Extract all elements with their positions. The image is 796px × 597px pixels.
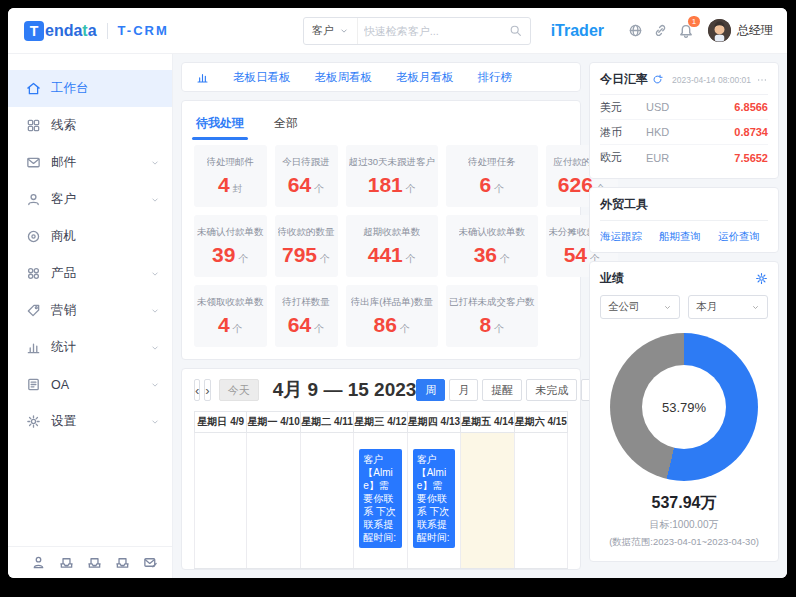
contact-person-icon[interactable] — [31, 555, 46, 570]
home-icon — [26, 81, 41, 96]
main-content: 老板日看板 老板周看板 老板月看板 排行榜 待我处理 全部 待处理邮件4封 今日… — [173, 54, 787, 578]
sidebar-item-oa[interactable]: OA — [8, 366, 172, 403]
stat-card-today-followups[interactable]: 今日待跟进64个 — [275, 145, 338, 207]
exchange-row-hkd: 港币 HKD 0.8734 — [600, 120, 768, 145]
todo-stats-panel: 待我处理 全部 待处理邮件4封 今日待跟进64个 超过30天未跟进客户181个 … — [181, 100, 581, 360]
period-select[interactable]: 本月 — [688, 295, 768, 319]
stat-card-pending-emails[interactable]: 待处理邮件4封 — [194, 145, 267, 207]
tab-boss-weekly-board[interactable]: 老板周看板 — [315, 70, 373, 85]
performance-amount: 537.94万 — [600, 493, 768, 514]
sidebar-item-statistics[interactable]: 统计 — [8, 329, 172, 366]
outbox-tray-icon[interactable] — [87, 555, 102, 570]
day-header-thu: 星期四 4/13 — [408, 412, 461, 432]
notification-badge: 1 — [688, 16, 700, 27]
day-header-fri: 星期五 4/14 — [461, 412, 514, 432]
calendar-event[interactable]: 客户【Almie】需要你联系 下次联系提醒时间: — [413, 449, 455, 548]
day-header-mon: 星期一 4/10 — [247, 412, 300, 432]
stat-card-pending-tasks[interactable]: 待处理任务6个 — [446, 145, 538, 207]
stat-card-overdue-receipt-orders[interactable]: 超期收款单数441个 — [346, 215, 439, 277]
calendar-column-sun[interactable] — [194, 433, 247, 568]
search-input[interactable] — [358, 25, 509, 37]
calendar-grid: 客户【Almie】需要你联系 下次联系提醒时间: 客户【Almie】需要你联系 … — [194, 433, 568, 569]
tab-boss-daily-board[interactable]: 老板日看板 — [233, 70, 291, 85]
board-tabs-bar: 老板日看板 老板周看板 老板月看板 排行榜 — [181, 62, 581, 92]
chevron-down-icon — [150, 343, 160, 353]
day-header-wed: 星期三 4/12 — [354, 412, 407, 432]
product-name: T-CRM — [118, 23, 169, 38]
calendar-column-thu[interactable]: 客户【Almie】需要你联系 下次联系提醒时间: — [408, 433, 461, 568]
calendar-column-mon[interactable] — [247, 433, 300, 568]
calendar-prev-button[interactable]: ‹ — [194, 379, 200, 401]
performance-date-range: (数据范围:2023-04-01~2023-04-30) — [600, 536, 768, 553]
globe-icon[interactable] — [628, 23, 643, 38]
trade-tools-panel: 外贸工具 海运跟踪 船期查询 运价查询 — [589, 187, 779, 253]
sidebar-item-settings[interactable]: 设置 — [8, 403, 172, 440]
donut-center: 53.79% — [642, 365, 726, 449]
search-category-select[interactable]: 客户 — [304, 18, 358, 44]
inbox-tray-icon[interactable] — [59, 555, 74, 570]
sidebar-item-mail[interactable]: 邮件 — [8, 144, 172, 181]
donut-percent-label: 53.79% — [662, 400, 706, 415]
document-icon — [26, 377, 41, 392]
stat-card-sampled-not-closed-customers[interactable]: 已打样未成交客户数8个 — [446, 285, 538, 347]
sidebar-item-products[interactable]: 产品 — [8, 255, 172, 292]
sidebar-item-marketing[interactable]: 营销 — [8, 292, 172, 329]
sidebar-item-leads[interactable]: 线索 — [8, 107, 172, 144]
link-icon[interactable] — [653, 23, 668, 38]
notifications-bell-icon[interactable]: 1 — [678, 23, 694, 39]
right-panel: 今日汇率 2023-04-14 08:00:01 美元 USD 6.8566 港… — [589, 62, 779, 570]
chevron-down-icon — [150, 306, 160, 316]
refresh-icon[interactable] — [652, 74, 663, 85]
search-category-value: 客户 — [312, 23, 334, 38]
user-role-label[interactable]: 总经理 — [737, 22, 773, 39]
more-options-icon[interactable] — [756, 74, 768, 86]
cubes-icon — [26, 266, 41, 281]
chevron-down-icon — [751, 303, 760, 312]
calendar-view-month-button[interactable]: 月 — [449, 379, 478, 401]
calendar-today-button[interactable]: 今天 — [219, 379, 259, 401]
calendar-view-reminder-button[interactable]: 提醒 — [482, 379, 522, 401]
stat-card-pending-sample-making[interactable]: 待打样数量64个 — [275, 285, 338, 347]
chevron-down-icon — [663, 303, 672, 312]
day-header-sat: 星期六 4/15 — [515, 412, 568, 432]
global-search: 客户 — [303, 17, 531, 45]
tab-ranking[interactable]: 排行榜 — [478, 70, 513, 85]
stat-card-unclaimed-receipt-orders[interactable]: 未领取收款单数4个 — [194, 285, 267, 347]
sidebar-item-customers[interactable]: 客户 — [8, 181, 172, 218]
stat-card-30day-untouched-customers[interactable]: 超过30天未跟进客户181个 — [346, 145, 439, 207]
sidebar-item-workbench[interactable]: 工作台 — [8, 70, 172, 107]
search-icon[interactable] — [509, 24, 530, 37]
chevron-down-icon — [339, 26, 349, 36]
sidebar: 工作台 线索 邮件 客户 商机 产品 营销 — [8, 54, 173, 578]
archive-tray-icon[interactable] — [115, 555, 130, 570]
calendar-column-tue[interactable] — [301, 433, 354, 568]
scope-select[interactable]: 全公司 — [600, 295, 680, 319]
subtab-all[interactable]: 全部 — [272, 109, 300, 138]
todo-subtabs: 待我处理 全部 — [194, 109, 568, 137]
compose-mail-icon[interactable] — [143, 555, 158, 570]
calendar-column-fri-today[interactable] — [461, 433, 514, 568]
calendar-column-sat[interactable] — [515, 433, 568, 568]
user-avatar[interactable] — [708, 19, 731, 42]
calendar-event[interactable]: 客户【Almie】需要你联系 下次联系提醒时间: — [359, 449, 401, 548]
stat-card-unconfirmed-payment-orders[interactable]: 未确认付款单数39个 — [194, 215, 267, 277]
stat-card-receivables-count[interactable]: 待收款的数量795个 — [275, 215, 338, 277]
tab-boss-monthly-board[interactable]: 老板月看板 — [396, 70, 454, 85]
sidebar-item-opportunities[interactable]: 商机 — [8, 218, 172, 255]
stat-grid: 待处理邮件4封 今日待跟进64个 超过30天未跟进客户181个 待处理任务6个 … — [194, 145, 568, 347]
stat-card-pending-outbound-sample-orders[interactable]: 待出库(样品单)数量86个 — [346, 285, 439, 347]
dashboard-chart-icon — [196, 71, 209, 84]
link-freight-rates[interactable]: 运价查询 — [718, 230, 760, 244]
stat-card-unconfirmed-receipt-orders[interactable]: 未确认收款单数36个 — [446, 215, 538, 277]
gear-icon[interactable] — [755, 272, 768, 285]
user-icon — [26, 192, 41, 207]
calendar-next-button[interactable]: › — [204, 379, 210, 401]
itrader-brand[interactable]: iTrader — [551, 22, 604, 40]
calendar-column-wed[interactable]: 客户【Almie】需要你联系 下次联系提醒时间: — [354, 433, 407, 568]
link-sailing-schedule[interactable]: 船期查询 — [659, 230, 701, 244]
subtab-pending-mine[interactable]: 待我处理 — [194, 109, 246, 138]
calendar-view-week-button[interactable]: 周 — [416, 379, 445, 401]
performance-filters: 全公司 本月 — [600, 295, 768, 319]
link-sea-tracking[interactable]: 海运跟踪 — [600, 230, 642, 244]
calendar-view-incomplete-button[interactable]: 未完成 — [526, 379, 577, 401]
